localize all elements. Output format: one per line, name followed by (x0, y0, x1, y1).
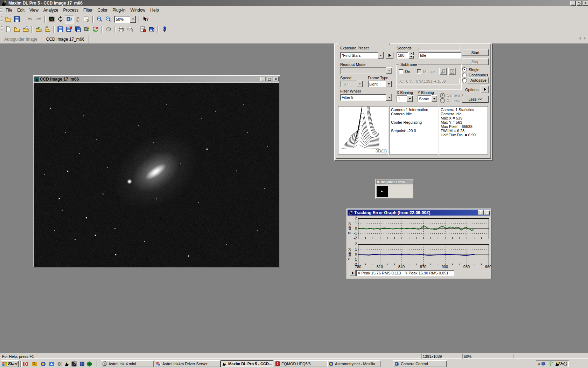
start-button[interactable]: Start (1, 360, 19, 367)
mode-single-radio[interactable]: Single (462, 67, 479, 72)
camera-control-toggle-button[interactable] (65, 15, 74, 23)
tracking-help-button[interactable]: ? (478, 210, 483, 215)
save-button-2[interactable] (56, 25, 65, 34)
color-convert-button[interactable] (91, 25, 100, 34)
menu-view[interactable]: View (27, 7, 41, 14)
batch-convert-button[interactable] (82, 25, 91, 34)
filter-wheel-combo[interactable]: Filter 5 (340, 94, 392, 101)
toolbar2-grip[interactable] (1, 26, 2, 33)
quicklaunch-planetarium[interactable] (86, 361, 92, 367)
zoom-out-button[interactable] (104, 15, 113, 23)
open-button[interactable] (4, 15, 13, 23)
print-preview-button[interactable] (126, 25, 134, 34)
quicklaunch-gear[interactable] (57, 361, 62, 367)
zoom-level-combo[interactable]: 50% (114, 16, 136, 23)
taskbar-clock[interactable]: 23:21 (558, 362, 568, 366)
autoguider-thumbnail[interactable] (377, 186, 388, 197)
tab-scroll-right-icon[interactable] (584, 36, 586, 40)
open-button-2[interactable] (13, 25, 21, 34)
less-button[interactable]: Less << (462, 96, 489, 103)
mode-autosave-radio[interactable] (462, 78, 467, 83)
zoom-in-button[interactable] (95, 15, 104, 23)
tracking-options-button[interactable] (350, 270, 356, 276)
menu-process[interactable]: Process (61, 7, 81, 14)
options-menu-button[interactable] (481, 86, 489, 93)
radio-icon[interactable] (462, 73, 467, 77)
mode-continuous-radio[interactable]: Continuous (462, 73, 488, 77)
frame-type-combo[interactable]: Light (368, 81, 392, 87)
radio-icon[interactable] (462, 78, 467, 83)
tab-scroll-left-icon[interactable] (579, 36, 581, 40)
tab-expose[interactable]: Expose (337, 43, 357, 45)
subframe-on-checkbox[interactable]: On (399, 69, 410, 74)
preset-menu-button[interactable] (386, 52, 393, 59)
ccd-maximize-button[interactable] (267, 77, 272, 81)
main-title-bar[interactable]: MaxIm DL Pro 5 - CCD Image 17_m66 _ × (0, 0, 588, 6)
new-button[interactable] (4, 25, 13, 34)
quicklaunch-app-blue[interactable] (49, 361, 54, 367)
taskbar-camera-control[interactable]: Camera Control (393, 360, 447, 367)
tab-autoguider-image[interactable]: Autoguider Image (0, 35, 42, 43)
import-button[interactable] (34, 25, 43, 34)
ccd-image-canvas[interactable] (34, 83, 279, 267)
menu-edit[interactable]: Edit (15, 7, 27, 14)
ccd-window-title-bar[interactable]: CCD Image 17_m66 _ × (34, 76, 279, 82)
view-files-button[interactable] (21, 25, 30, 34)
toolbar-pin-button[interactable] (160, 25, 169, 34)
start-button[interactable]: Start (462, 49, 489, 56)
tray-chevron-icon[interactable]: « (538, 362, 540, 366)
quicklaunch-app-grid[interactable] (79, 361, 85, 367)
zoom-combo-dropdown[interactable] (130, 16, 136, 23)
seconds-spinner[interactable]: 180 (397, 52, 414, 59)
save-as-button[interactable] (65, 25, 74, 34)
tray-wireless-icon[interactable] (548, 361, 553, 367)
taskbar-astrolink-driver[interactable]: AstroLink4m Driver Server (155, 360, 220, 367)
taskbar-maxim[interactable]: MaxIm DL Pro 5 - CCD... (220, 360, 273, 367)
print-button[interactable] (117, 25, 126, 34)
subframe-set-button[interactable] (439, 68, 447, 75)
acquire-button[interactable] (43, 25, 52, 34)
tray-network-activity-icon[interactable] (541, 361, 547, 367)
batch-save-button[interactable] (147, 25, 156, 34)
menu-analyze[interactable]: Analyze (41, 7, 61, 14)
close-button[interactable]: × (583, 1, 588, 6)
menu-window[interactable]: Window (128, 7, 148, 14)
quicklaunch-firefox[interactable] (40, 361, 46, 367)
quicklaunch-key[interactable] (31, 361, 37, 367)
ccd-close-button[interactable]: × (273, 77, 279, 81)
tracking-graph-title-bar[interactable]: Tracking Error Graph (from 22:06:00Z) ? … (348, 210, 490, 216)
save-button[interactable] (13, 15, 21, 23)
ccd-minimize-button[interactable]: _ (260, 77, 266, 81)
menu-plugin[interactable]: Plug-in (110, 7, 128, 14)
undo-button[interactable] (26, 15, 34, 23)
minimize-button[interactable]: _ (570, 1, 576, 6)
restore-button[interactable] (576, 1, 582, 6)
menu-filter[interactable]: Filter (81, 7, 95, 14)
menu-file[interactable]: File (3, 7, 15, 14)
rotate-button[interactable] (104, 25, 113, 34)
autoguider-title-bar[interactable]: Autoguider Ima... (376, 179, 413, 184)
quicklaunch-app-red[interactable] (22, 361, 28, 367)
subframe-clear-button[interactable] (448, 68, 456, 75)
menu-help[interactable]: Help (148, 7, 161, 14)
x-binning-combo[interactable]: 1 (397, 95, 413, 102)
redo-button[interactable] (34, 15, 43, 23)
menu-color[interactable]: Color (95, 7, 110, 14)
checkbox-icon[interactable] (399, 69, 403, 74)
menubar-grip[interactable] (0, 7, 2, 14)
taskbar-astrolink-mini[interactable]: AstroLink 4 mini (101, 360, 154, 367)
exposure-preset-combo[interactable]: *Find Stars (340, 52, 384, 59)
save-all-button[interactable] (74, 25, 82, 34)
page-setup-button[interactable] (139, 25, 147, 34)
screen-stretch-button[interactable] (47, 15, 56, 23)
quicklaunch-image-viewer[interactable] (71, 361, 77, 367)
context-help-button[interactable]: ? (141, 15, 150, 23)
quicklaunch-maxim[interactable] (64, 361, 70, 367)
tab-setup[interactable]: Setup (373, 43, 390, 45)
crosshair-button[interactable] (56, 15, 65, 23)
toolbar1-grip[interactable] (1, 16, 2, 23)
tab-guide[interactable]: Guide (357, 43, 374, 45)
taskbar-eqmod[interactable]: EQMOD HEQ5/6 (274, 360, 328, 367)
tracking-close-button[interactable]: × (484, 210, 490, 215)
y-binning-combo[interactable]: Same (418, 95, 437, 102)
